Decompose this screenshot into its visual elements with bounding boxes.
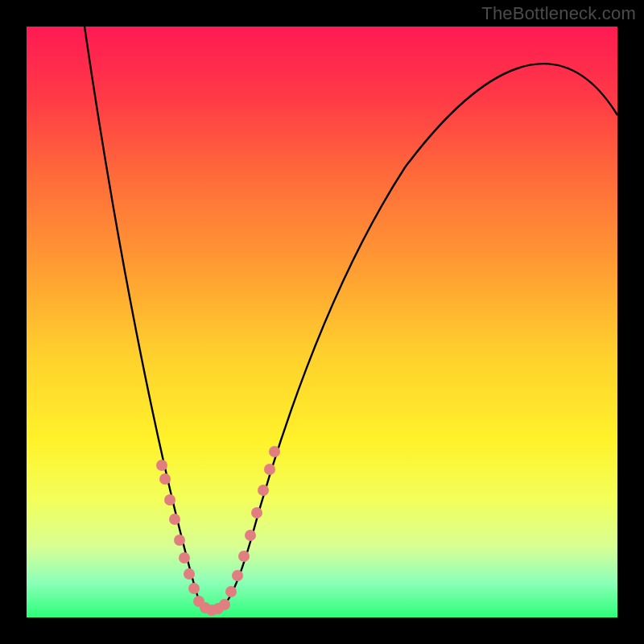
- data-point-dot: [159, 473, 171, 485]
- data-point-dot: [264, 464, 275, 475]
- data-point-dot: [238, 551, 250, 562]
- data-point-dot: [245, 530, 256, 541]
- data-point-dot: [164, 494, 175, 506]
- data-point-dot: [174, 535, 185, 546]
- data-point-dot: [188, 583, 200, 594]
- v-curve: [27, 27, 617, 617]
- data-point-dot: [179, 552, 190, 564]
- data-point-dot: [269, 446, 280, 457]
- plot-area: [27, 27, 617, 617]
- data-point-dot: [169, 514, 180, 525]
- watermark-text: TheBottleneck.com: [481, 3, 636, 24]
- data-point-dot: [184, 568, 195, 580]
- data-point-dot: [232, 570, 243, 581]
- data-point-dot: [156, 460, 167, 471]
- data-point-dot: [219, 599, 230, 610]
- outer-frame: TheBottleneck.com: [0, 0, 644, 644]
- data-point-dot: [251, 507, 262, 518]
- data-point-dot: [225, 586, 237, 597]
- data-point-dot: [258, 485, 269, 496]
